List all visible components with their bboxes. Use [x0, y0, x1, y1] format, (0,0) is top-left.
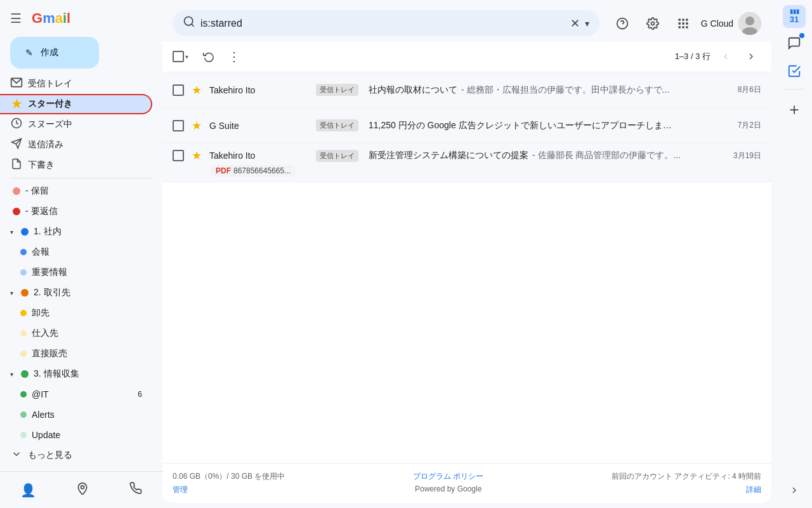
sidebar-item-saved[interactable]: - 保留 [0, 181, 152, 201]
email-attachment-3[interactable]: PDF 867856645665... [211, 165, 296, 177]
saved-dot [13, 187, 20, 195]
atit-dot [20, 391, 27, 398]
table-row[interactable]: ★ Takehiro Ito 受信トレイ 社内報の取材について - 総務部・広報… [162, 72, 771, 108]
email-badge-3: 受信トレイ [316, 150, 358, 162]
search-clear-icon[interactable]: ✕ [570, 17, 580, 30]
search-dropdown-icon[interactable]: ▾ [585, 18, 589, 29]
row-checkbox-2[interactable] [173, 120, 184, 131]
star-icon-3[interactable]: ★ [192, 149, 202, 163]
select-all-checkbox[interactable] [173, 51, 184, 62]
policy-link[interactable]: プログラム ポリシー [413, 471, 483, 482]
calendar-button[interactable]: ▮▮▮ 31 [783, 5, 806, 28]
star-icon-1[interactable]: ★ [192, 83, 202, 97]
avatar [738, 12, 761, 35]
menu-icon[interactable]: ☰ [10, 11, 22, 26]
pagination-next-button[interactable] [741, 46, 761, 67]
phone-icon[interactable] [124, 477, 147, 503]
more-label: もっと見る [28, 450, 142, 461]
atit-badge: 6 [138, 390, 142, 399]
more-actions-button[interactable]: ⋮ [224, 46, 244, 67]
wholesale-dot [20, 310, 27, 316]
table-row[interactable]: ★ G Suite 受信トレイ 11,250 円分の Google 広告クレジッ… [162, 108, 771, 144]
email-preview-1: - 総務部・広報担当の伊藤です。田中課長からすで... [461, 84, 728, 96]
svg-rect-15 [686, 22, 688, 24]
attachment-filename: 867856645665... [233, 166, 291, 175]
snoozed-label: スヌーズ中 [28, 119, 142, 130]
search-input[interactable] [200, 18, 565, 29]
account-button[interactable]: G Cloud [701, 12, 761, 35]
gmail-logo: Gmail [32, 10, 70, 27]
sidebar-item-starred[interactable]: ★ スター付き [0, 94, 152, 114]
footer-center: プログラム ポリシー Powered by Google [413, 471, 483, 495]
sidebar-item-sent[interactable]: 送信済み [0, 135, 152, 155]
location-icon[interactable] [71, 477, 94, 503]
email-date-1: 8月6日 [738, 84, 761, 95]
suppliers-label: 仕入先 [32, 328, 142, 339]
sidebar-item-internal[interactable]: ▾ 1. 社内 [0, 222, 152, 242]
svg-rect-12 [686, 18, 688, 20]
search-bar[interactable]: ✕ ▾ [173, 10, 599, 36]
svg-rect-14 [682, 22, 684, 24]
row-checkbox-1[interactable] [173, 84, 184, 96]
star-icon-2[interactable]: ★ [192, 119, 202, 133]
nav-separator [10, 178, 152, 178]
important-dot [20, 269, 27, 276]
compose-button[interactable]: ✎ 作成 [10, 37, 99, 69]
sidebar-item-drafts[interactable]: 下書き [0, 155, 152, 175]
sidebar-item-reply[interactable]: - 要返信 [0, 201, 152, 222]
clients-dot [21, 289, 29, 297]
details-link[interactable]: 詳細 [746, 485, 761, 495]
email-footer: 0.06 GB（0%）/ 30 GB を使用中 管理 プログラム ポリシー Po… [162, 463, 771, 503]
star-icon: ★ [10, 97, 23, 111]
more-icon [10, 448, 23, 462]
meetings-dot [20, 249, 27, 255]
apps-button[interactable] [671, 11, 696, 36]
chat-button[interactable] [782, 30, 807, 56]
svg-rect-17 [682, 26, 684, 28]
sidebar-item-clients[interactable]: ▾ 2. 取引先 [0, 283, 152, 303]
storage-info: 0.06 GB（0%）/ 30 GB を使用中 [173, 471, 285, 482]
pagination-prev-button[interactable] [716, 46, 736, 67]
sidebar-item-direct[interactable]: 直接販売 [0, 344, 152, 364]
powered-by: Powered by Google [415, 485, 481, 493]
right-sidebar-collapse-button[interactable] [782, 478, 807, 503]
sidebar-item-meetings[interactable]: 会報 [0, 242, 152, 262]
info-label: 3. 情報収集 [34, 368, 142, 380]
suppliers-dot [20, 330, 27, 337]
sidebar-item-alerts[interactable]: Alerts [0, 404, 152, 425]
tasks-button[interactable] [782, 58, 807, 84]
drafts-label: 下書き [28, 159, 142, 171]
sidebar-item-more[interactable]: もっと見る [0, 445, 152, 465]
sidebar-item-inbox[interactable]: 受信トレイ [0, 74, 152, 94]
sidebar-item-info[interactable]: ▾ 3. 情報収集 [0, 364, 152, 384]
refresh-button[interactable] [199, 46, 219, 67]
direct-label: 直接販売 [32, 348, 142, 359]
clients-collapse-icon: ▾ [10, 290, 13, 297]
contact-icon[interactable]: 👤 [15, 478, 41, 503]
alerts-dot [20, 411, 27, 418]
email-date-2: 7月2日 [738, 120, 761, 131]
update-dot [20, 432, 27, 438]
account-name: G Cloud [701, 18, 733, 29]
drafts-icon [10, 158, 23, 172]
row-checkbox-3[interactable] [173, 150, 184, 161]
sidebar-item-wholesale[interactable]: 卸先 [0, 303, 152, 323]
svg-rect-16 [678, 26, 680, 28]
select-dropdown-icon[interactable]: ▾ [185, 53, 188, 60]
starred-label: スター付き [28, 98, 141, 110]
direct-dot [20, 351, 27, 357]
sidebar-item-atit[interactable]: @IT 6 [0, 384, 152, 404]
table-row[interactable]: ★ Takehiro Ito 受信トレイ 新受注管理システム構築についての提案 … [162, 144, 771, 182]
internal-label: 1. 社内 [34, 226, 142, 237]
sidebar-item-update[interactable]: Update [0, 425, 152, 445]
nav-list: 受信トレイ ★ スター付き スヌーズ中 送信済み 下書き [0, 74, 162, 471]
help-button[interactable] [610, 11, 635, 36]
sidebar-item-snoozed[interactable]: スヌーズ中 [0, 114, 152, 135]
settings-button[interactable] [640, 11, 665, 36]
pdf-icon: PDF [216, 166, 231, 175]
add-service-button[interactable] [782, 97, 807, 123]
sidebar-item-important[interactable]: 重要情報 [0, 262, 152, 283]
sidebar-item-suppliers[interactable]: 仕入先 [0, 323, 152, 344]
manage-link[interactable]: 管理 [173, 485, 285, 495]
important-label: 重要情報 [32, 267, 142, 278]
